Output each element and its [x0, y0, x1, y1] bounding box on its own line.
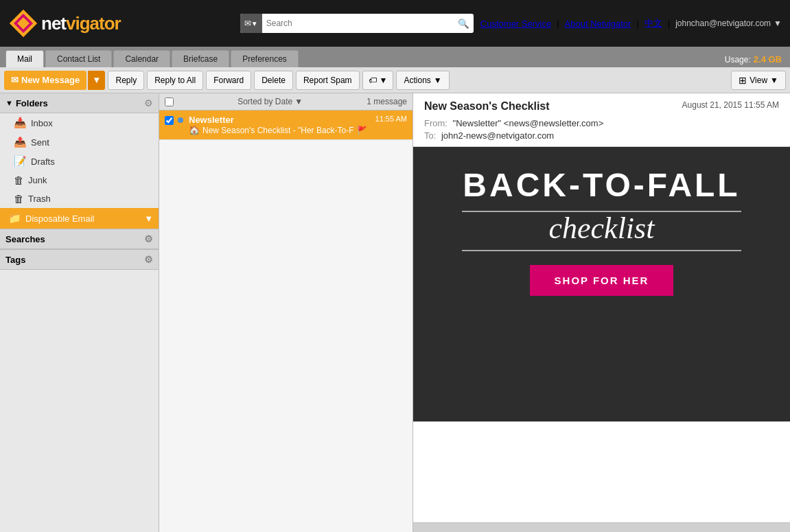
- drafts-label: Drafts: [31, 157, 55, 167]
- trash-label: Trash: [28, 194, 51, 204]
- view-dropdown-icon: ▼: [770, 76, 778, 85]
- disposable-dropdown-icon: ▼: [144, 213, 153, 224]
- inbox-label: Inbox: [31, 118, 53, 128]
- tags-gear-icon[interactable]: ⚙: [144, 254, 153, 265]
- view-label: View: [750, 76, 767, 85]
- sort-label[interactable]: Sorted by Date ▼: [237, 97, 303, 106]
- customer-service-link[interactable]: Customer Service: [480, 19, 551, 29]
- view-button[interactable]: ⊞ View ▼: [731, 71, 786, 90]
- junk-icon: 🗑: [14, 174, 24, 186]
- folders-label: Folders: [16, 98, 48, 108]
- sort-text: Sorted by Date: [237, 97, 292, 106]
- separator-3: |: [668, 19, 670, 29]
- sidebar-item-sent[interactable]: 📤 Sent: [0, 132, 159, 152]
- home-icon: 🏠: [189, 125, 200, 135]
- email-header: New Season's Checklist August 21, 2015 1…: [413, 93, 790, 147]
- sidebar-item-trash[interactable]: 🗑 Trash: [0, 189, 159, 208]
- select-all-checkbox[interactable]: [165, 97, 174, 106]
- sidebar-item-drafts[interactable]: 📝 Drafts: [0, 152, 159, 171]
- logo-text: netvigator: [41, 13, 121, 34]
- scroll-track: [413, 523, 790, 532]
- tag-button[interactable]: 🏷 ▼: [362, 71, 394, 90]
- email-banner: BACK-TO-FALL checklist SHOP FOR HER: [413, 147, 790, 323]
- bottom-scrollbar[interactable]: [413, 522, 790, 532]
- message-subject: New Season's Checklist - "Her Back-To-F: [202, 126, 354, 135]
- tab-briefcase[interactable]: Briefcase: [172, 50, 229, 67]
- tags-header[interactable]: Tags ⚙: [0, 249, 159, 270]
- tab-preferences[interactable]: Preferences: [231, 50, 299, 67]
- user-email: johnchan@netvigator.com: [675, 19, 771, 28]
- folders-gear-icon[interactable]: ⚙: [144, 97, 153, 108]
- tab-mail[interactable]: Mail: [5, 50, 44, 67]
- actions-label: Actions: [404, 76, 430, 85]
- tag-dropdown-icon: ▼: [380, 76, 388, 85]
- message-sender: Newsletter: [189, 115, 371, 125]
- drafts-icon: 📝: [14, 155, 27, 167]
- banner-divider-bottom: [462, 250, 741, 251]
- email-pane: New Season's Checklist August 21, 2015 1…: [413, 93, 790, 532]
- message-list: Sorted by Date ▼ 1 message Newsletter 🏠 …: [159, 93, 413, 532]
- usage-value: 2.4 GB: [754, 54, 782, 65]
- actions-button[interactable]: Actions ▼: [396, 71, 449, 90]
- search-type-button[interactable]: ✉ ▼: [240, 14, 262, 33]
- disposable-email-label: Disposable Email: [25, 213, 94, 224]
- from-label: From:: [424, 118, 448, 128]
- search-go-button[interactable]: 🔍: [454, 19, 474, 29]
- sidebar-item-junk[interactable]: 🗑 Junk: [0, 171, 159, 189]
- delete-button[interactable]: Delete: [254, 71, 293, 90]
- inbox-icon: 📥: [14, 117, 27, 129]
- search-bar: ✉ ▼ 🔍: [240, 14, 474, 33]
- email-to: To: john2-news@netvigator.com: [424, 130, 779, 141]
- search-dropdown-icon: ▼: [251, 20, 258, 27]
- sent-icon: 📤: [14, 136, 27, 148]
- tag-icon: 🏷: [369, 76, 377, 85]
- top-links: Customer Service | About Netvigator | 中文…: [480, 17, 782, 30]
- sidebar-item-disposable-email[interactable]: 📁 Disposable Email ▼: [0, 208, 159, 229]
- sidebar-item-inbox[interactable]: 📥 Inbox: [0, 113, 159, 132]
- actions-dropdown-icon: ▼: [434, 76, 442, 85]
- new-message-dropdown-button[interactable]: ▼: [88, 71, 105, 90]
- top-bar: netvigator ✉ ▼ 🔍 Customer Service | Abou…: [0, 0, 790, 47]
- message-list-header: Sorted by Date ▼ 1 message: [159, 93, 413, 111]
- message-row[interactable]: Newsletter 🏠 New Season's Checklist - "H…: [159, 111, 413, 140]
- search-input[interactable]: [262, 19, 454, 28]
- to-value: john2-news@netvigator.com: [441, 130, 554, 141]
- banner-subtitle: checklist: [427, 211, 776, 246]
- chinese-link[interactable]: 中文: [644, 17, 662, 30]
- email-title-row: New Season's Checklist August 21, 2015 1…: [424, 100, 779, 113]
- sort-icon: ▼: [294, 97, 303, 106]
- banner-title: BACK-TO-FALL: [427, 167, 776, 204]
- searches-gear-icon[interactable]: ⚙: [144, 233, 153, 244]
- email-date: August 21, 2015 11:55 AM: [682, 100, 779, 110]
- view-icon: ⊞: [739, 75, 747, 86]
- searches-header[interactable]: Searches ⚙: [0, 229, 159, 249]
- logo-icon: [8, 8, 38, 38]
- from-value: "Newsletter" <news@newsletter.com>: [453, 118, 604, 128]
- to-label: To:: [424, 130, 436, 141]
- logo-area: netvigator: [8, 8, 121, 38]
- shop-for-her-button[interactable]: SHOP FOR HER: [530, 265, 674, 296]
- tab-calendar[interactable]: Calendar: [113, 50, 170, 67]
- tab-contact[interactable]: Contact List: [45, 50, 112, 67]
- usage-area: Usage: 2.4 GB: [725, 54, 782, 67]
- toolbar: ✉ New Message ▼ Reply Reply to All Forwa…: [0, 67, 790, 93]
- email-content: BACK-TO-FALL checklist SHOP FOR HER: [413, 147, 790, 421]
- flag-icon: 🚩: [357, 126, 367, 135]
- main-area: ▼ Folders ⚙ 📥 Inbox 📤 Sent 📝 Drafts 🗑 Ju…: [0, 93, 790, 532]
- forward-button[interactable]: Forward: [206, 71, 251, 90]
- disposable-folder-icon: 📁: [8, 212, 21, 224]
- user-dropdown-icon: ▼: [774, 19, 782, 28]
- message-checkbox[interactable]: [165, 116, 174, 125]
- new-message-icon: ✉: [11, 75, 19, 85]
- tags-label: Tags: [5, 255, 25, 265]
- about-link[interactable]: About Netvigator: [565, 19, 631, 29]
- reply-all-button[interactable]: Reply to All: [147, 71, 203, 90]
- new-message-button[interactable]: ✉ New Message: [4, 71, 86, 90]
- user-menu[interactable]: johnchan@netvigator.com ▼: [675, 19, 782, 28]
- report-spam-button[interactable]: Report Spam: [296, 71, 360, 90]
- message-count: 1 message: [367, 97, 407, 106]
- email-body[interactable]: BACK-TO-FALL checklist SHOP FOR HER: [413, 147, 790, 522]
- reply-button[interactable]: Reply: [108, 71, 144, 90]
- junk-label: Junk: [28, 175, 47, 185]
- folders-header[interactable]: ▼ Folders ⚙: [0, 93, 159, 113]
